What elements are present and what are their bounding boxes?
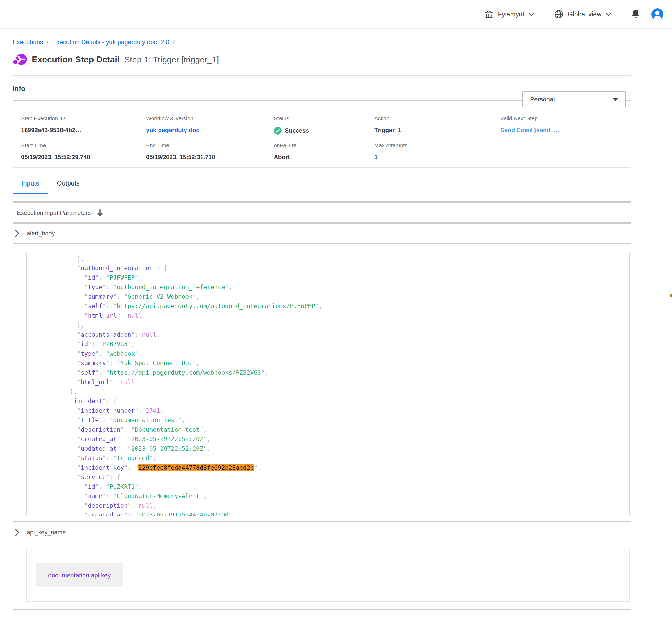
tab-bar: Inputs Outputs: [12, 180, 631, 194]
topbar-divider: [544, 8, 544, 21]
max-attempts-value: 1: [374, 154, 407, 161]
workflow-step-icon: [12, 53, 27, 66]
breadcrumb-execution-details-link[interactable]: Execution Details - yuk pagerduty doc: 2…: [52, 38, 169, 46]
code-lines: "self": "https://api.pagerduty.com/webho…: [26, 251, 629, 516]
api-key-name-value-box: documentation api key: [26, 550, 629, 602]
scrollbar-find-marker: [670, 294, 672, 297]
chevron-down-icon: [606, 12, 612, 16]
field-valid-next-step: Valid Next Step Send Email [send_…: [500, 115, 560, 134]
breadcrumb-executions-link[interactable]: Executions: [12, 38, 43, 46]
divider: [12, 76, 631, 76]
end-time-value: 05/19/2023, 15:52:31.710: [146, 154, 215, 161]
title-row: Execution Step Detail Step 1: Trigger [t…: [12, 52, 631, 67]
step-execution-id-value: 18992a43-9538-4b2…: [21, 127, 81, 134]
param-row-api-key-name[interactable]: api_key_name: [12, 522, 631, 542]
field-workflow-version: Workflow & Version yuk pagerduty doc: [146, 115, 199, 134]
breadcrumb-separator: /: [47, 38, 49, 46]
topbar-divider: [621, 8, 621, 21]
field-onfailure: onFailure Abort: [274, 142, 297, 161]
field-max-attempts: Max Attempts 1: [374, 142, 407, 161]
bank-icon: [484, 10, 494, 19]
tab-outputs[interactable]: Outputs: [48, 180, 89, 194]
info-card: Step Execution ID 18992a43-9538-4b2… Wor…: [12, 107, 631, 168]
execution-input-parameters-header: Execution Input Parameters: [12, 209, 631, 217]
divider: [12, 243, 631, 244]
param-row-api-key-value[interactable]: api_key_value: [12, 610, 631, 618]
field-action: Action Trigger_1: [374, 115, 401, 134]
param-row-alert-body[interactable]: alert_body: [12, 224, 631, 243]
view-switcher[interactable]: Global view: [554, 9, 612, 19]
field-step-execution-id: Step Execution ID 18992a43-9538-4b2…: [21, 115, 81, 134]
caret-down-icon: [612, 98, 618, 101]
topbar: Fylamynt Global view: [0, 0, 672, 29]
globe-icon: [554, 9, 564, 19]
page-subtitle: Step 1: Trigger [trigger_1]: [124, 55, 219, 65]
chevron-right-icon: [15, 230, 19, 237]
chevron-right-icon: [15, 529, 19, 536]
execution-input-parameters-title: Execution Input Parameters: [17, 209, 91, 216]
success-check-icon: [274, 127, 281, 134]
page-title: Execution Step Detail: [32, 55, 119, 65]
alert-body-code-viewer[interactable]: "self": "https://api.pagerduty.com/webho…: [26, 251, 629, 516]
next-step-link[interactable]: Send Email [send_…: [500, 127, 560, 134]
action-value: Trigger_1: [374, 127, 401, 134]
onfailure-value: Abort: [274, 154, 297, 161]
start-time-value: 05/19/2023, 15:52:29.748: [21, 154, 90, 161]
view-label: Global view: [568, 10, 601, 18]
breadcrumb: Executions / Execution Details - yuk pag…: [12, 38, 631, 46]
param-label-alert-body: alert_body: [27, 230, 55, 237]
tab-inputs[interactable]: Inputs: [12, 180, 48, 194]
api-key-name-chip: documentation api key: [36, 563, 123, 587]
divider: [12, 201, 631, 203]
field-start-time: Start Time 05/19/2023, 15:52:29.748: [21, 142, 90, 161]
chevron-down-icon: [528, 12, 535, 16]
scope-select[interactable]: Personal: [522, 91, 626, 108]
main-content: Executions / Execution Details - yuk pag…: [0, 38, 672, 618]
param-label-api-key-name: api_key_name: [27, 529, 66, 536]
avatar[interactable]: [651, 8, 664, 20]
divider: [12, 542, 631, 543]
status-value: Success: [285, 127, 309, 134]
field-end-time: End Time 05/19/2023, 15:52:31.710: [146, 142, 215, 161]
org-label: Fylamynt: [498, 10, 524, 18]
org-switcher[interactable]: Fylamynt: [484, 10, 534, 19]
download-icon[interactable]: [97, 209, 103, 217]
scope-select-value: Personal: [530, 96, 555, 103]
breadcrumb-separator: /: [173, 38, 175, 46]
notifications-button[interactable]: [631, 9, 641, 19]
workflow-link[interactable]: yuk pagerduty doc: [146, 127, 199, 134]
field-status: Status Success: [274, 115, 309, 134]
